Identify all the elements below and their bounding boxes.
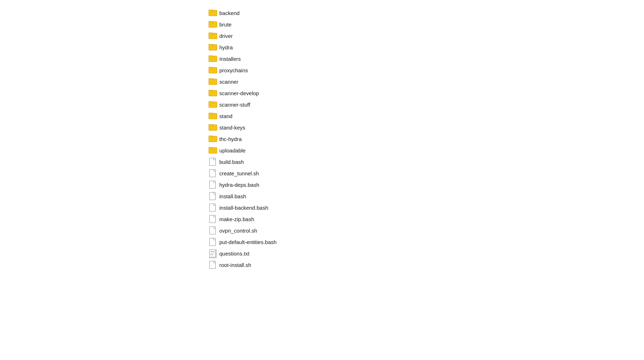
- folder-icon: [209, 20, 216, 28]
- item-name: uploadable: [219, 147, 245, 154]
- folder-icon: [209, 9, 216, 17]
- folder-icon: [209, 135, 216, 143]
- item-name: Installers: [219, 56, 241, 62]
- list-item[interactable]: brute: [206, 19, 644, 30]
- file-icon: [209, 158, 216, 166]
- folder-icon: [209, 32, 216, 40]
- list-item[interactable]: hydra-deps.bash: [206, 179, 644, 190]
- list-item[interactable]: scanner-stuff: [206, 99, 644, 110]
- item-name: hydra-deps.bash: [219, 182, 259, 188]
- file-icon: [209, 169, 216, 177]
- item-name: scanner-stuff: [219, 102, 250, 108]
- item-name: brute: [219, 21, 231, 28]
- list-item[interactable]: ovpn_control.sh: [206, 225, 644, 236]
- item-name: make-zip.bash: [219, 216, 254, 222]
- file-icon: [209, 192, 216, 200]
- list-item[interactable]: stand-keys: [206, 122, 644, 133]
- list-item[interactable]: install.bash: [206, 190, 644, 202]
- file-icon: [209, 227, 216, 234]
- item-name: install-backend.bash: [219, 205, 268, 211]
- item-name: scanner: [219, 79, 238, 85]
- list-item[interactable]: driver: [206, 30, 644, 42]
- list-item[interactable]: questions.txt: [206, 248, 644, 259]
- folder-icon: [209, 146, 216, 154]
- item-name: backend: [219, 10, 240, 16]
- file-icon: [209, 261, 216, 269]
- list-item[interactable]: root-install.sh: [206, 259, 644, 271]
- list-item[interactable]: put-default-entities.bash: [206, 236, 644, 248]
- file-icon: [209, 204, 216, 211]
- list-item[interactable]: build.bash: [206, 156, 644, 167]
- item-name: root-install.sh: [219, 262, 251, 268]
- list-item[interactable]: scanner: [206, 76, 644, 87]
- item-name: driver: [219, 33, 233, 39]
- list-item[interactable]: scanner-develop: [206, 87, 644, 99]
- list-item[interactable]: backend: [206, 7, 644, 19]
- list-item[interactable]: stand: [206, 110, 644, 122]
- folder-icon: [209, 43, 216, 51]
- item-name: scanner-develop: [219, 90, 259, 96]
- txt-file-icon: [209, 249, 216, 257]
- list-item[interactable]: create_tunnel.sh: [206, 167, 644, 179]
- file-icon: [209, 181, 216, 189]
- item-name: hydra: [219, 44, 233, 50]
- folder-icon: [209, 78, 216, 86]
- file-icon: [209, 215, 216, 223]
- item-name: put-default-entities.bash: [219, 239, 277, 245]
- list-item[interactable]: hydra: [206, 42, 644, 53]
- list-item[interactable]: Installers: [206, 53, 644, 64]
- item-name: ovpn_control.sh: [219, 228, 257, 234]
- file-icon: [209, 238, 216, 246]
- item-name: stand: [219, 113, 233, 119]
- item-name: thc-hydra: [219, 136, 242, 142]
- item-name: questions.txt: [219, 250, 249, 257]
- list-item[interactable]: uploadable: [206, 145, 644, 156]
- folder-icon: [209, 66, 216, 74]
- folder-icon: [209, 101, 216, 108]
- folder-icon: [209, 112, 216, 120]
- item-name: build.bash: [219, 159, 244, 165]
- item-name: create_tunnel.sh: [219, 170, 259, 176]
- item-name: install.bash: [219, 193, 246, 199]
- item-name: stand-keys: [219, 125, 245, 131]
- list-item[interactable]: thc-hydra: [206, 133, 644, 145]
- item-name: proxychains: [219, 67, 248, 73]
- folder-icon: [209, 89, 216, 97]
- list-item[interactable]: proxychains: [206, 64, 644, 76]
- folder-icon: [209, 123, 216, 131]
- file-list: backend brute driver hydra Installers pr…: [0, 0, 644, 278]
- list-item[interactable]: install-backend.bash: [206, 202, 644, 213]
- folder-icon: [209, 55, 216, 63]
- list-item[interactable]: make-zip.bash: [206, 213, 644, 225]
